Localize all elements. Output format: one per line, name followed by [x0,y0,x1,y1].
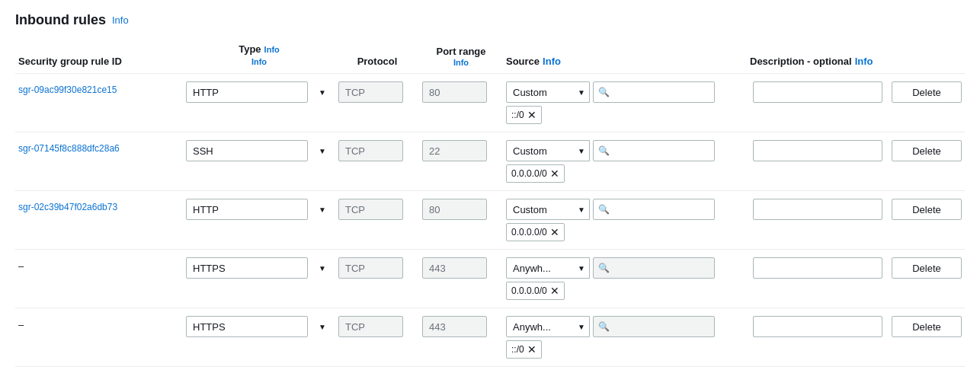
tag-value: 0.0.0.0/0 [511,285,547,296]
type-select[interactable]: SSH [186,140,308,161]
cell-rule-id: sgr-02c39b47f02a6db73 [15,197,183,214]
source-type-select[interactable]: Custom [506,140,590,161]
cell-description [747,80,889,104]
source-search-input [613,263,709,274]
type-select-wrapper: HTTP ▼ [186,81,332,103]
port-value: 443 [422,316,487,337]
description-input[interactable] [753,257,882,279]
col-header-port: Port range Info [419,44,503,69]
col-header-description: Description - optional Info [747,54,889,69]
cell-delete: Delete [889,139,965,163]
delete-button[interactable]: Delete [892,257,962,279]
tag-remove[interactable]: ✕ [550,285,559,296]
cell-rule-id: – [15,256,183,273]
title-info-link[interactable]: Info [112,14,129,26]
source-info-link[interactable]: Info [543,56,561,67]
source-row: Custom ▼ 🔍 [506,81,744,103]
source-search-field[interactable]: 🔍 [593,81,715,103]
tag-value: ::/0 [511,110,524,120]
source-row: Anywh... ▼ 🔍 [506,257,744,279]
cell-type: HTTP ▼ [183,80,335,104]
port-value: 80 [422,199,487,220]
source-search-input[interactable] [613,204,709,215]
type-select[interactable]: HTTPS [186,316,308,337]
source-search-input[interactable] [613,87,709,98]
rule-id-value: – [18,257,180,272]
source-search-field: 🔍 [593,257,715,279]
type-select[interactable]: HTTP [186,199,308,220]
protocol-info-link[interactable]: Info [251,57,267,66]
col-header-type: Type Info Info [183,42,335,69]
description-input[interactable] [753,316,882,337]
cell-type: HTTPS ▼ [183,256,335,280]
source-select-wrapper: Custom ▼ [506,81,590,103]
source-search-field[interactable]: 🔍 [593,199,715,220]
cell-protocol: TCP [335,256,419,280]
tag-pill: ::/0 ✕ [506,340,542,359]
delete-button[interactable]: Delete [892,316,962,337]
cell-port: 22 [419,139,503,163]
cell-source: Anywh... ▼ 🔍 ::/0 ✕ [503,314,747,360]
source-select-wrapper: Custom ▼ [506,199,590,220]
col-header-protocol: Protocol [335,54,419,69]
protocol-value: TCP [338,81,403,103]
source-row: Anywh... ▼ 🔍 [506,316,744,337]
cell-type: HTTP ▼ [183,197,335,222]
cell-description [747,139,889,163]
port-value: 80 [422,81,487,103]
tag-remove[interactable]: ✕ [527,110,536,120]
tag-remove[interactable]: ✕ [550,227,559,238]
page-title-row: Inbound rules Info [15,12,965,28]
search-icon: 🔍 [598,204,610,215]
description-input[interactable] [753,140,882,161]
cell-description [747,256,889,280]
rule-id-value[interactable]: sgr-07145f8c888dfc28a6 [18,140,180,154]
description-input[interactable] [753,81,882,103]
tag-pill: 0.0.0.0/0 ✕ [506,282,565,300]
rule-id-value[interactable]: sgr-09ac99f30e821ce15 [18,81,180,95]
type-select[interactable]: HTTPS [186,257,308,279]
tag-remove[interactable]: ✕ [527,344,536,355]
source-type-select[interactable]: Anywh... [506,316,590,337]
table-row: sgr-07145f8c888dfc28a6 SSH ▼ TCP 22 [15,132,965,191]
type-select-wrapper: HTTPS ▼ [186,257,332,279]
col-header-rule-id: Security group rule ID [15,54,183,69]
tag-pill: ::/0 ✕ [506,106,542,124]
tag-remove[interactable]: ✕ [550,168,559,179]
tag-pills-row: ::/0 ✕ [506,106,744,124]
rule-id-value[interactable]: sgr-02c39b47f02a6db73 [18,199,180,212]
cell-rule-id: sgr-07145f8c888dfc28a6 [15,139,183,155]
cell-type: HTTPS ▼ [183,314,335,339]
table-header: Security group rule ID Type Info Info Pr… [15,39,965,74]
tag-value: 0.0.0.0/0 [511,227,547,238]
description-info-link[interactable]: Info [855,56,873,67]
delete-button[interactable]: Delete [892,81,962,103]
description-input[interactable] [753,199,882,220]
type-select-arrow: ▼ [319,264,326,273]
cell-source: Custom ▼ 🔍 0.0.0.0/0 ✕ [503,197,747,243]
source-type-select[interactable]: Anywh... [506,257,590,279]
tag-pills-row: 0.0.0.0/0 ✕ [506,164,744,183]
protocol-value: TCP [338,199,403,220]
type-info-link[interactable]: Info [264,45,280,54]
protocol-value: TCP [338,257,403,279]
source-type-select[interactable]: Custom [506,81,590,103]
type-select-arrow: ▼ [319,206,326,214]
source-type-select[interactable]: Custom [506,199,590,220]
tag-pills-row: 0.0.0.0/0 ✕ [506,223,744,241]
delete-button[interactable]: Delete [892,199,962,220]
source-select-wrapper: Custom ▼ [506,140,590,161]
cell-type: SSH ▼ [183,139,335,163]
type-select-arrow: ▼ [319,88,326,97]
cell-port: 443 [419,256,503,280]
port-info-link[interactable]: Info [453,58,469,67]
cell-port: 80 [419,80,503,104]
delete-button[interactable]: Delete [892,140,962,161]
source-search-input[interactable] [613,145,709,157]
search-icon: 🔍 [598,145,610,156]
type-select[interactable]: HTTP [186,81,308,103]
source-search-field[interactable]: 🔍 [593,140,715,161]
cell-port: 443 [419,314,503,339]
cell-protocol: TCP [335,139,419,163]
source-search-field: 🔍 [593,316,715,337]
